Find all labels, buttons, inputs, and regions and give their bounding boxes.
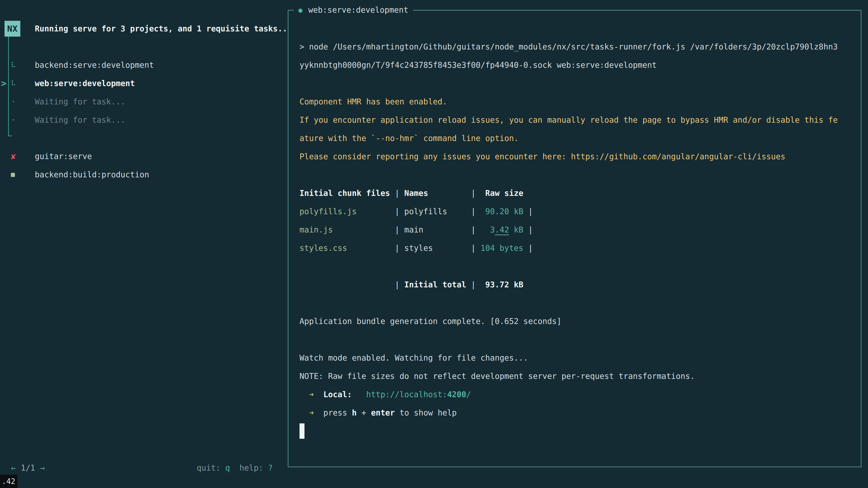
task-item-backend-build-production[interactable]: backend:build:production	[0, 166, 280, 184]
terminal-text-segment: polyfills.js	[300, 207, 357, 216]
terminal-text-segment: |	[447, 207, 480, 216]
task-label: backend:serve:development	[35, 56, 154, 74]
terminal-line: Please consider reporting any issues you…	[300, 148, 838, 166]
terminal-text-segment: |	[523, 225, 533, 234]
panel-title-bar: ● web:serve:development	[294, 2, 413, 18]
terminal-text-segment: main	[404, 225, 423, 234]
terminal-text-segment: 93.72 kB	[480, 280, 524, 289]
local-url-link[interactable]: 4200	[447, 390, 466, 399]
panel-title: web:serve:development	[308, 5, 408, 14]
local-url-link[interactable]: /	[466, 390, 471, 399]
terminal-text-segment: Initial total	[404, 280, 466, 289]
sidebar-title: Running serve for 3 projects, and 1 requ…	[35, 21, 287, 37]
terminal-line	[300, 422, 838, 440]
terminal-line: ➜ Local: http://localhost:4200/	[300, 385, 838, 404]
terminal-text-segment: Application bundle generation complete. …	[300, 317, 561, 326]
spinner-icon: ⠧	[10, 56, 16, 74]
terminal-text-segment: |	[428, 189, 480, 198]
terminal-line: | Initial total | 93.72 kB	[300, 275, 838, 294]
status-dot-icon: ●	[298, 6, 303, 14]
terminal-text-segment: ature with the `--no-hmr` command line o…	[300, 134, 519, 143]
terminal-text-segment: NOTE: Raw file sizes do not reflect deve…	[300, 372, 695, 381]
task-item-waiting-2[interactable]: · Waiting for task...	[0, 111, 280, 129]
terminal-text-segment: > node /Users/mhartington/Github/guitars…	[300, 42, 838, 51]
terminal-text-segment: |	[357, 207, 404, 216]
terminal-text-segment: +	[357, 408, 371, 417]
terminal-text-segment	[352, 390, 366, 399]
terminal-line: styles.css | styles | 104 bytes |	[300, 239, 838, 257]
terminal-text-segment: 90.20 kB	[480, 207, 524, 216]
terminal-text-segment: polyfills	[404, 207, 447, 216]
terminal-line: Initial chunk files | Names | Raw size	[300, 184, 838, 202]
success-square-icon	[11, 173, 15, 177]
terminal-line: Component HMR has been enabled.	[300, 93, 838, 111]
terminal-text-segment: Initial chunk files	[300, 189, 390, 198]
terminal-text-segment: Please consider reporting any issues you…	[300, 152, 571, 161]
terminal-text-segment: |	[390, 189, 404, 198]
task-label: guitar:serve	[35, 147, 92, 166]
terminal-text-segment	[300, 390, 309, 399]
spinner-icon: ⠧	[10, 74, 16, 93]
terminal-text-segment: main.js	[300, 225, 333, 234]
terminal-text-segment: to show help	[395, 408, 457, 417]
terminal-text-segment: If you encounter application reload issu…	[300, 116, 838, 125]
terminal-line	[300, 166, 838, 184]
terminal-text-segment: |	[333, 225, 404, 234]
failed-cross-icon: ✘	[10, 147, 16, 166]
task-label: web:serve:development	[35, 74, 135, 93]
pager: ←1/1→	[11, 459, 45, 477]
nx-logo-badge: NX	[4, 21, 20, 37]
overlay-badge: .42	[0, 475, 18, 488]
waiting-dot-icon: ·	[10, 93, 16, 111]
terminal-text-segment	[314, 390, 323, 399]
terminal-text-segment: Watch mode enabled. Watching for file ch…	[300, 353, 528, 362]
help-key: ?	[268, 463, 273, 473]
task-label: Waiting for task...	[35, 93, 125, 111]
terminal-line: ature with the `--no-hmr` command line o…	[300, 129, 838, 148]
terminal-line	[300, 330, 838, 349]
terminal-text-segment	[314, 408, 323, 417]
task-label: Waiting for task...	[35, 111, 125, 129]
active-task-chevron-icon: >	[1, 74, 6, 93]
local-url-link[interactable]: http://localhost:	[366, 390, 447, 399]
terminal-text-segment: |	[433, 243, 480, 253]
terminal-text-segment: Component HMR has been enabled.	[300, 97, 447, 106]
terminal-text-segment: |	[466, 280, 480, 289]
nx-terminal-screen: NX Running serve for 3 projects, and 1 r…	[0, 0, 868, 488]
terminal-text-segment: h	[352, 408, 357, 417]
terminal-text-segment: enter	[371, 408, 395, 417]
github-issues-link[interactable]: https://github.com/angular/angular-cli/i…	[571, 152, 785, 161]
task-item-web-serve-development[interactable]: > ⠧ web:serve:development	[0, 74, 280, 93]
terminal-text-segment: |	[523, 207, 533, 216]
terminal-line: yyknnbtgh0000gn/T/9f4c243785f8453e3f00/f…	[300, 56, 838, 74]
pager-prev-icon[interactable]: ←	[11, 463, 16, 473]
pager-label: 1/1	[16, 463, 40, 473]
quit-key: q	[225, 463, 230, 473]
terminal-text-segment	[300, 408, 309, 417]
terminal-line: If you encounter application reload issu…	[300, 111, 838, 129]
task-item-backend-serve-development[interactable]: ⠧ backend:serve:development	[0, 56, 280, 74]
help-arrow-icon: ➜	[309, 408, 314, 417]
pager-next-icon[interactable]: →	[40, 463, 45, 473]
terminal-text-segment: press	[323, 408, 352, 417]
terminal-line: polyfills.js | polyfills | 90.20 kB |	[300, 202, 838, 221]
task-item-guitar-serve[interactable]: ✘ guitar:serve	[0, 147, 280, 166]
terminal-text-segment: kB	[509, 225, 523, 234]
waiting-dot-icon: ·	[10, 111, 16, 129]
terminal-text-segment: yyknnbtgh0000gn/T/9f4c243785f8453e3f00/f…	[300, 61, 657, 70]
terminal-cursor	[300, 423, 305, 439]
task-item-waiting-1[interactable]: · Waiting for task...	[0, 93, 280, 111]
terminal-line	[300, 257, 838, 275]
terminal-line: Watch mode enabled. Watching for file ch…	[300, 349, 838, 367]
terminal-line: NOTE: Raw file sizes do not reflect deve…	[300, 367, 838, 385]
terminal-text-segment: |	[423, 225, 480, 234]
terminal-line: > node /Users/mhartington/Github/guitars…	[300, 38, 838, 56]
terminal-text-segment: |	[347, 243, 404, 253]
terminal-line	[300, 74, 838, 93]
keyboard-hints: quit:qhelp:?	[197, 459, 273, 477]
terminal-text-segment: Local:	[323, 390, 352, 399]
task-label: backend:build:production	[35, 166, 149, 184]
terminal-text-segment: Raw size	[480, 189, 524, 198]
help-hint-label: help:	[239, 463, 263, 473]
terminal-line: main.js | main | 3.42 kB |	[300, 221, 838, 239]
